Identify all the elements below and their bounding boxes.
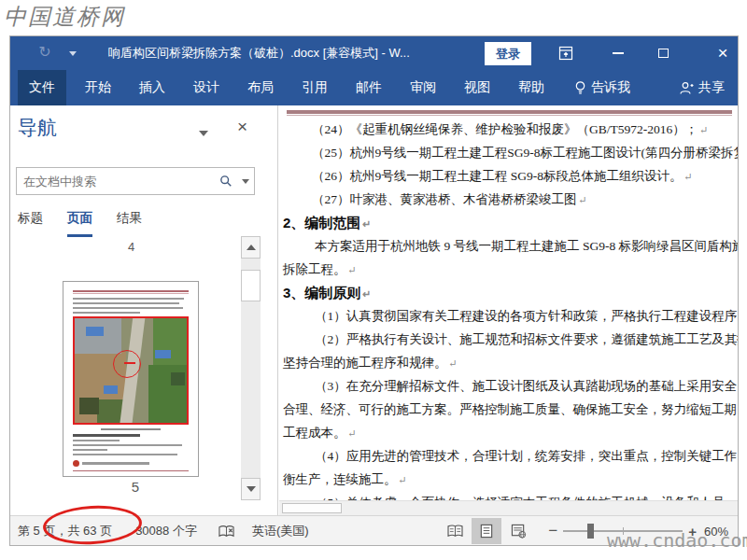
login-button[interactable]: 登录 [485, 42, 531, 65]
tab-review[interactable]: 审阅 [401, 70, 445, 105]
zoom-slider-thumb[interactable] [587, 524, 594, 539]
tab-view[interactable]: 视图 [455, 70, 500, 105]
navigation-options-icon[interactable] [199, 131, 208, 136]
document-canvas[interactable]: （24）《起重机钢丝绳保养、维护检验和报废》（GB/T5972-2016）；↵ … [279, 105, 738, 515]
thumb-text-line [73, 298, 184, 300]
quick-access-undo-icon[interactable]: ↻ [36, 44, 53, 61]
language-indicator[interactable]: 英语(美国) [252, 523, 309, 539]
word-count-indicator[interactable]: 30088 个字 [135, 523, 197, 539]
document-text[interactable]: （24）《起重机钢丝绳保养、维护检验和报废》（GB/T5972-2016）；↵ … [281, 118, 738, 514]
thumb-satellite-image [73, 316, 189, 425]
tab-mailings[interactable]: 邮件 [346, 70, 391, 105]
nav-tab-pages[interactable]: 页面 [67, 210, 92, 237]
thumb-text-line [73, 312, 140, 314]
doc-line: 衡生产，连续施工。↵ [281, 468, 738, 491]
doc-line: 工程成本。↵ [281, 421, 738, 444]
horizontal-scrollbar-thumb[interactable] [282, 503, 342, 513]
book-with-x-icon [218, 524, 235, 539]
open-book-icon [446, 525, 464, 539]
thumb-footer-text [82, 462, 149, 465]
maximize-icon [658, 49, 669, 58]
document-title: 响盾构区间桥梁拆除方案（破桩）.docx [兼容模式] - W... [108, 36, 410, 70]
close-button[interactable]: × [709, 36, 737, 70]
document-header-rule-2 [287, 115, 732, 116]
navigation-close-icon[interactable]: × [237, 117, 247, 137]
ribbon-display-options-button[interactable] [552, 36, 580, 70]
search-button[interactable] [215, 175, 237, 188]
search-dropdown-icon[interactable] [237, 179, 254, 184]
satellite-buildings-area [75, 318, 121, 354]
nav-scrollbar-thumb[interactable] [241, 270, 261, 301]
close-icon: × [717, 43, 727, 63]
thumb-footer-rule [73, 470, 189, 471]
doc-heading: 3、编制原则↵ [281, 281, 738, 304]
maximize-button[interactable] [649, 36, 677, 70]
thumb-heading-line [73, 434, 140, 437]
document-search-box [16, 167, 255, 195]
watermark-site-name: 中国道桥网 [4, 2, 125, 32]
doc-heading: 2、编制范围↵ [281, 211, 738, 234]
qat-dropdown-icon[interactable] [69, 51, 77, 56]
doc-line: 合理、经济、可行的施工方案。严格控制施工质量、确保施工安全，努力缩短工期，降低 [281, 398, 738, 421]
navigation-pane-title: 导航 [18, 115, 57, 141]
doc-line: （26）杭州9号线一期工程土建工程 SG9-8标段总体施工组织设计。↵ [281, 164, 738, 188]
tab-design[interactable]: 设计 [184, 70, 229, 105]
document-page-icon [479, 524, 494, 539]
proofing-errors-button[interactable] [218, 524, 235, 539]
word-window: ↻ 响盾构区间桥梁拆除方案（破桩）.docx [兼容模式] - W... 登录 … [9, 35, 739, 546]
doc-line: （25）杭州9号线一期工程土建工程SG9-8标工程施工图设计(第四分册桥梁拆复建 [281, 141, 738, 164]
nav-tab-results[interactable]: 结果 [117, 210, 142, 237]
horizontal-scrollbar[interactable] [279, 500, 738, 515]
share-button[interactable]: 共享 [679, 70, 725, 105]
tab-layout[interactable]: 布局 [238, 70, 283, 105]
page-with-globe-icon [511, 524, 527, 539]
company-logo-icon [73, 460, 79, 467]
ribbon-tabbar: 文件 开始 插入 设计 布局 引用 邮件 审阅 视图 帮助 告诉我 共享 [10, 70, 738, 105]
doc-line: （24）《起重机钢丝绳保养、维护检验和报废》（GB/T5972-2016）；↵ [281, 118, 738, 141]
thumb-text-line [73, 302, 179, 304]
zoom-out-button[interactable]: − [548, 522, 557, 540]
nav-tab-headings[interactable]: 标题 [18, 210, 43, 237]
share-label: 共享 [698, 79, 725, 96]
print-layout-button[interactable] [472, 518, 501, 544]
web-layout-button[interactable] [503, 518, 533, 544]
thumb-text-line [73, 449, 107, 451]
window-arrow-up-icon [558, 46, 573, 61]
read-mode-button[interactable] [440, 518, 470, 544]
thumb-text-line [73, 454, 177, 455]
doc-line: 本方案适用于杭州地铁 9 号线一期工程土建施工 SG9-8 标影响绿昌区间盾构施… [281, 234, 738, 258]
doc-line: （4）应用先进的管理技术，合理计划，统筹安排，突出重点，控制关键工作，实现均 [281, 444, 738, 468]
navigation-pane: 导航 × 标题 页面 结果 4 [10, 105, 278, 515]
tab-references[interactable]: 引用 [292, 70, 337, 105]
nav-scrollbar[interactable] [241, 236, 261, 500]
tell-me-button[interactable]: 告诉我 [574, 70, 630, 105]
tab-home[interactable]: 开始 [76, 70, 120, 105]
status-left-group: 第 5 页，共 63 页 30088 个字 英语(美国) [18, 516, 309, 546]
minimize-button[interactable] [604, 36, 632, 70]
tab-file[interactable]: 文件 [18, 70, 66, 105]
page-5-thumbnail[interactable] [63, 281, 199, 477]
main-area: 导航 × 标题 页面 结果 4 [10, 105, 738, 515]
document-header-rule [287, 110, 732, 114]
nav-scroll-up-button[interactable] [241, 236, 261, 259]
tab-insert[interactable]: 插入 [130, 70, 175, 105]
doc-line: （3）在充分理解招标文件、施工设计图纸及认真踏勘现场的基础上采用安全、先进 [281, 374, 738, 398]
magnifier-icon [219, 175, 233, 188]
nav-scroll-down-button[interactable] [241, 478, 261, 500]
thumb-figure-caption [101, 428, 161, 430]
caret-down-icon [242, 179, 249, 184]
page-number-indicator[interactable]: 第 5 页，共 63 页 [18, 523, 112, 539]
doc-line: （27）叶家港、黄家港桥、木省港桥桥梁竣工图↵ [281, 188, 738, 211]
page-5-label: 5 [124, 479, 147, 495]
tab-help[interactable]: 帮助 [509, 70, 554, 105]
doc-line: （2）严格执行有关设计、施工规范和招标文件要求，遵循建筑施工工艺及其技术规律 [281, 328, 738, 351]
search-input[interactable] [17, 175, 215, 189]
satellite-trees [171, 372, 184, 385]
satellite-blue-roof [104, 385, 117, 394]
titlebar: ↻ 响盾构区间桥梁拆除方案（破桩）.docx [兼容模式] - W... 登录 … [10, 36, 738, 70]
satellite-trees [79, 398, 100, 414]
lightbulb-icon [574, 80, 586, 95]
satellite-blue-roof [86, 327, 104, 336]
red-label-mark [124, 362, 135, 364]
triangle-down-icon [247, 486, 256, 492]
